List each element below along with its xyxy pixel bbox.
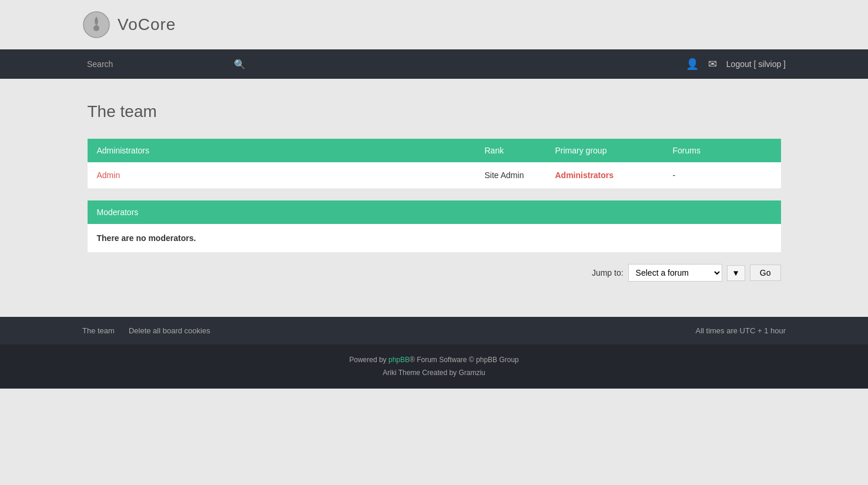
main-content: The team Administrators Rank Primary gro… [88,79,781,317]
footer-timezone: All times are UTC + 1 hour [695,326,786,335]
admin-rank-cell: Site Admin [475,162,546,189]
search-button[interactable]: 🔍 [229,56,250,72]
jump-label: Jump to: [592,268,624,277]
site-logo-icon [82,11,110,39]
logo-bar: VoCore [0,0,868,49]
moderators-body: There are no moderators. [88,224,781,252]
jump-arrow-button[interactable]: ▼ [727,265,745,281]
no-moderators-message: There are no moderators. [97,233,196,243]
administrators-table: Administrators Rank Primary group Forums… [88,139,781,189]
forum-select[interactable]: Select a forum [628,264,722,282]
search-input[interactable] [82,57,229,71]
col-header-primary-group: Primary group [546,139,663,162]
footer-links: The team Delete all board cookies [82,326,210,335]
footer-link-team[interactable]: The team [82,326,115,335]
site-name: VoCore [118,15,176,34]
theme-credit: Ariki Theme Created by Gramziu [383,369,485,377]
moderators-header: Moderators [88,200,781,224]
footer-top: The team Delete all board cookies All ti… [0,317,868,344]
search-form: 🔍 [82,56,259,72]
footer-bottom: Powered by phpBB® Forum Software © phpBB… [0,344,868,389]
footer-powered-text: Powered by phpBB® Forum Software © phpBB… [82,354,786,379]
go-button[interactable]: Go [750,265,781,281]
admin-primary-group-cell: Administrators [546,162,663,189]
footer-link-cookies[interactable]: Delete all board cookies [129,326,210,335]
table-row: Admin Site Admin Administrators - [88,162,781,189]
admin-primary-group-value: Administrators [555,170,614,180]
col-header-name: Administrators [88,139,475,162]
phpbb-link[interactable]: phpBB [388,356,410,364]
administrators-section: Administrators Rank Primary group Forums… [88,139,781,189]
col-header-forums: Forums [663,139,781,162]
moderators-section: Moderators There are no moderators. [88,200,781,252]
logout-link[interactable]: Logout [ silviop ] [726,59,786,69]
nav-right: 👤 ✉ Logout [ silviop ] [686,58,786,71]
mail-icon[interactable]: ✉ [708,58,717,71]
col-header-rank: Rank [475,139,546,162]
search-icon: 🔍 [234,59,246,69]
nav-bar: 🔍 👤 ✉ Logout [ silviop ] [0,49,868,79]
admin-forums-cell: - [663,162,781,189]
powered-suffix: ® Forum Software © phpBB Group [410,356,519,364]
page-title: The team [88,102,781,121]
admin-name-link[interactable]: Admin [97,170,120,180]
user-profile-icon[interactable]: 👤 [686,58,699,71]
jump-bar: Jump to: Select a forum ▼ Go [88,264,781,282]
powered-by-label: Powered by [349,356,388,364]
admin-name-cell: Admin [88,162,475,189]
svg-point-1 [93,25,99,31]
